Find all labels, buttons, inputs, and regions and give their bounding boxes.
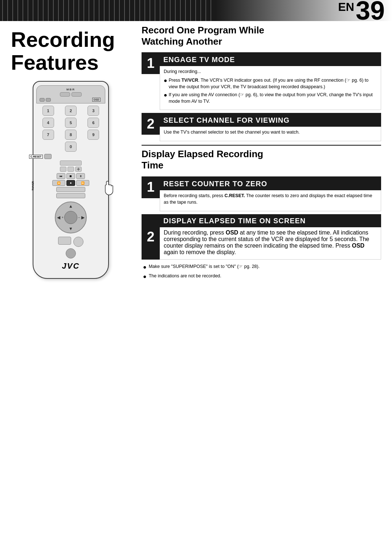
step1-number: 1 — [142, 52, 160, 74]
step2-number: 2 — [142, 113, 160, 135]
note-2-text: The indications are not be recorded. — [149, 273, 221, 279]
step3-header-text: RESET COUNTER TO ZERO — [163, 180, 267, 188]
num-btn-0: 0 — [65, 142, 77, 152]
nav-minus: – — [78, 216, 80, 219]
creset-button[interactable] — [44, 154, 52, 159]
brand-label: MBR — [66, 88, 75, 91]
step3-content: RESET COUNTER TO ZERO Before recording s… — [160, 176, 381, 211]
step4-block: 2 DISPLAY ELAPSED TIME ON SCREEN During … — [142, 214, 381, 260]
remote-numpad: 1 2 3 4 5 6 7 8 9 0 — [38, 106, 104, 152]
step3-number: 1 — [142, 176, 160, 198]
hand-pointer-icon — [102, 177, 118, 197]
en-label: EN — [338, 0, 354, 14]
step1-header: ENGAGE TV MODE — [160, 53, 381, 66]
remote-top-btn-1 — [60, 92, 70, 97]
num-btn-7: 7 — [42, 130, 54, 140]
left-column: Recording Features MBR — [0, 21, 138, 290]
nav-pad: ▲ ▼ ◀ ▶ + – — [54, 201, 87, 234]
nav-left-arrow: ◀ — [57, 215, 60, 220]
note-1: ● Make sure "SUPERIMPOSE" is set to "ON"… — [143, 263, 380, 271]
bottom-buttons — [36, 237, 105, 247]
step1-body: During recording... ● Press TV/VCR. The … — [160, 66, 381, 110]
notes-section: ● Make sure "SUPERIMPOSE" is set to "ON"… — [142, 263, 381, 281]
step2-body: Use the TV's channel selector to set the… — [160, 127, 381, 141]
section2-title: Display Elapsed Recording Time — [142, 148, 381, 171]
num-btn-2: 2 — [65, 106, 77, 116]
step2-content: SELECT CHANNEL FOR VIEWING Use the TV's … — [160, 113, 381, 141]
step4-header: DISPLAY ELAPSED TIME ON SCREEN — [160, 214, 381, 227]
remote-bottom-btn-1 — [58, 237, 71, 245]
page-number: 39 — [356, 0, 385, 24]
note-2: ● The indications are not be recorded. — [143, 273, 380, 281]
num-btn-8: 8 — [65, 130, 77, 140]
step2-body-text: Use the TV's channel selector to set the… — [164, 129, 377, 135]
step4-header-row: 2 DISPLAY ELAPSED TIME ON SCREEN During … — [142, 214, 381, 260]
step3-body-text: Before recording starts, press C.RESET. … — [164, 192, 377, 205]
section1-title: Record One Program While Watching Anothe… — [142, 25, 381, 47]
main-layout: Recording Features MBR — [0, 21, 392, 290]
num-btn-5: 5 — [65, 118, 77, 128]
jvc-logo: JVC — [36, 261, 105, 271]
step2-block: 2 SELECT CHANNEL FOR VIEWING Use the TV'… — [142, 113, 381, 141]
step1-block: 1 ENGAGE TV MODE During recording... ● P… — [142, 52, 381, 110]
page-title: Recording Features — [11, 28, 131, 74]
nav-center — [64, 211, 77, 224]
osd-label: OSD — [92, 98, 101, 102]
num-btn-1: 1 — [42, 106, 54, 116]
remote-bottom-btn-2 — [73, 237, 83, 247]
remote-top-btn-2 — [72, 92, 82, 97]
transport-section: TV/VCR ⏮ ⏹ ⏸ ⏪ ● — [36, 173, 105, 198]
step4-header-text: DISPLAY ELAPSED TIME ON SCREEN — [163, 217, 306, 225]
step1-header-text: ENGAGE TV MODE — [163, 56, 235, 64]
step4-body: During recording, press OSD at any time … — [160, 227, 381, 260]
right-column: Record One Program While Watching Anothe… — [138, 21, 392, 290]
step3-header: RESET COUNTER TO ZERO — [160, 178, 381, 190]
osd-area: OSD — [51, 98, 102, 102]
step1-bullet1: ● Press TV/VCR. The VCR's VCR indicator … — [164, 77, 377, 90]
num-btn-3: 3 — [87, 106, 99, 116]
creset-label: C.RESET — [29, 155, 43, 159]
nav-plus: + — [62, 216, 64, 219]
section-divider — [142, 145, 381, 146]
step3-body: Before recording starts, press C.RESET. … — [160, 190, 381, 211]
step2-header-text: SELECT CHANNEL FOR VIEWING — [163, 116, 290, 124]
nav-down-arrow: ▼ — [69, 226, 73, 231]
creset-row: C.RESET — [29, 154, 105, 159]
header-bar: EN 39 — [0, 0, 392, 21]
num-btn-9: 9 — [87, 130, 99, 140]
remote-illustration: MBR OSD — [11, 81, 131, 279]
note-1-text: Make sure "SUPERIMPOSE" is set to "ON" (… — [149, 263, 260, 270]
step4-number: 2 — [142, 214, 160, 260]
nav-right-arrow: ▶ — [81, 215, 85, 220]
tv-vcr-label: TV/VCR — [32, 181, 34, 191]
num-btn-4: 4 — [42, 118, 54, 128]
step1-content: ENGAGE TV MODE During recording... ● Pre… — [160, 52, 381, 110]
step4-title-block: DISPLAY ELAPSED TIME ON SCREEN During re… — [160, 214, 381, 260]
top-buttons-row — [60, 92, 82, 97]
remote-control: MBR OSD — [33, 81, 109, 279]
num-btn-6: 6 — [87, 118, 99, 128]
step4-body-text: During recording, press OSD at any time … — [164, 229, 377, 256]
step3-block: 1 RESET COUNTER TO ZERO Before recording… — [142, 176, 381, 211]
step2-header: SELECT CHANNEL FOR VIEWING — [160, 114, 381, 127]
nav-up-arrow: ▲ — [69, 204, 73, 209]
remote-top: MBR OSD — [36, 85, 105, 103]
step1-intro: During recording... — [164, 68, 377, 75]
step1-bullet2: ● If you are using the AV connection (☞ … — [164, 91, 377, 105]
